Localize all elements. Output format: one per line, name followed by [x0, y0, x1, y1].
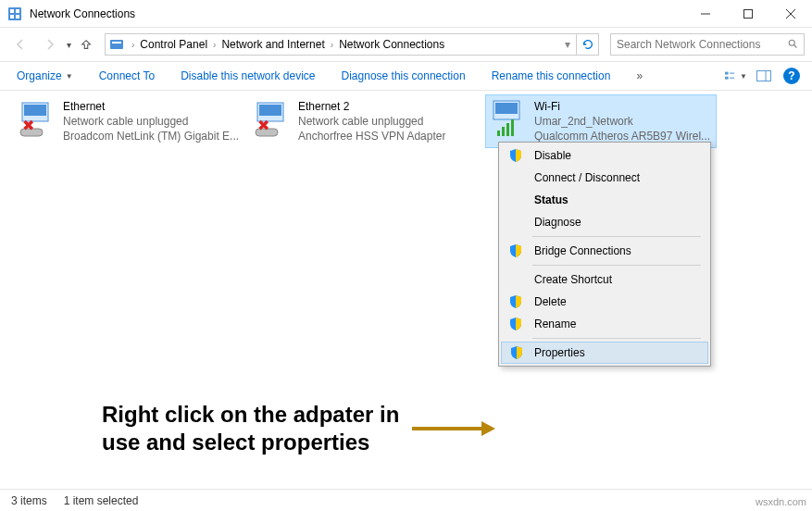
shield-icon — [509, 345, 524, 360]
shield-icon — [508, 243, 523, 258]
ctx-status[interactable]: Status — [501, 189, 708, 211]
svg-rect-20 — [24, 105, 46, 116]
control-panel-icon — [7, 6, 22, 21]
ctx-create-shortcut[interactable]: Create Shortcut — [501, 268, 708, 291]
search-box[interactable] — [610, 33, 805, 56]
svg-rect-32 — [511, 119, 514, 136]
breadcrumb-sep-icon: › — [131, 40, 134, 50]
maximize-button[interactable] — [727, 0, 769, 28]
ctx-diagnose[interactable]: Diagnose — [501, 211, 708, 233]
search-icon — [787, 38, 798, 52]
selection-count: 1 item selected — [64, 494, 139, 507]
svg-rect-29 — [497, 131, 500, 136]
svg-point-11 — [789, 40, 794, 45]
separator — [532, 338, 701, 339]
svg-line-12 — [794, 44, 797, 47]
rename-button[interactable]: Rename this connection — [484, 66, 618, 86]
svg-rect-13 — [725, 72, 729, 75]
history-dropdown[interactable]: ▾ — [67, 40, 71, 50]
separator — [532, 265, 701, 266]
svg-rect-4 — [16, 15, 19, 19]
wifi-icon — [490, 99, 529, 138]
separator — [532, 236, 701, 237]
shield-icon — [508, 294, 523, 309]
adapter-name: Ethernet 2 — [298, 99, 445, 114]
location-icon — [109, 37, 124, 52]
shield-icon — [508, 148, 523, 163]
svg-rect-2 — [16, 9, 19, 13]
ctx-bridge[interactable]: Bridge Connections — [501, 240, 708, 262]
up-button[interactable] — [75, 33, 97, 56]
svg-rect-17 — [757, 71, 771, 81]
svg-rect-1 — [10, 9, 14, 13]
help-button[interactable]: ? — [781, 65, 803, 87]
minimize-button[interactable] — [684, 0, 727, 28]
adapter-name: Wi-Fi — [534, 99, 710, 114]
ctx-rename[interactable]: Rename — [501, 313, 708, 335]
close-button[interactable] — [769, 0, 812, 28]
adapter-name: Ethernet — [63, 99, 239, 114]
preview-pane-button[interactable] — [753, 65, 775, 87]
annotation-text: Right click on the adpater in use and se… — [102, 401, 417, 456]
view-options-button[interactable]: ▼ — [725, 65, 747, 87]
svg-rect-30 — [502, 127, 505, 136]
disable-device-button[interactable]: Disable this network device — [173, 66, 322, 86]
refresh-button[interactable] — [576, 34, 598, 55]
back-button — [7, 31, 33, 57]
adapter-status: Network cable unplugged — [298, 114, 445, 129]
svg-rect-14 — [725, 77, 729, 80]
svg-rect-3 — [10, 15, 14, 19]
adapter-ethernet[interactable]: ✖ Ethernet Network cable unplugged Broad… — [15, 95, 246, 147]
ethernet-icon: ✖ — [19, 99, 57, 138]
watermark: wsxdn.com — [756, 496, 806, 507]
svg-rect-31 — [506, 123, 509, 136]
breadcrumb-dropdown[interactable]: ▾ — [557, 34, 576, 55]
annotation-arrow-icon — [412, 419, 495, 438]
search-input[interactable] — [617, 38, 787, 51]
item-count: 3 items — [11, 494, 47, 507]
svg-rect-6 — [744, 9, 753, 18]
svg-rect-24 — [259, 105, 281, 116]
ethernet-icon: ✖ — [254, 99, 293, 138]
breadcrumb-item[interactable]: Network Connections — [337, 36, 446, 53]
status-bar: 3 items 1 item selected — [0, 489, 812, 511]
adapter-hardware: Broadcom NetLink (TM) Gigabit E... — [63, 129, 239, 143]
diagnose-button[interactable]: Diagnose this connection — [334, 66, 473, 86]
navbar: ▾ › Control Panel › Network and Internet… — [0, 28, 812, 61]
more-commands[interactable]: » — [629, 66, 650, 86]
svg-text:✖: ✖ — [257, 118, 269, 133]
shield-icon — [508, 317, 523, 331]
svg-rect-9 — [110, 40, 123, 49]
adapter-ethernet2[interactable]: ✖ Ethernet 2 Network cable unplugged Anc… — [250, 95, 481, 147]
context-menu: Disable Connect / Disconnect Status Diag… — [498, 142, 711, 367]
organize-menu[interactable]: Organize▼ — [9, 66, 81, 86]
titlebar: Network Connections — [0, 0, 812, 28]
svg-rect-10 — [112, 42, 121, 44]
adapter-hardware: Anchorfree HSS VPN Adapter — [298, 129, 445, 143]
breadcrumb[interactable]: › Control Panel › Network and Internet ›… — [105, 33, 599, 56]
connect-to-button[interactable]: Connect To — [92, 66, 163, 86]
breadcrumb-item[interactable]: Network and Internet — [219, 36, 326, 53]
ctx-connect[interactable]: Connect / Disconnect — [501, 167, 708, 189]
breadcrumb-sep-icon: › — [331, 40, 333, 50]
breadcrumb-sep-icon: › — [213, 40, 216, 50]
adapter-wifi[interactable]: Wi-Fi Umar_2nd_Network Qualcomm Atheros … — [485, 94, 717, 148]
ctx-delete[interactable]: Delete — [501, 291, 708, 313]
svg-marker-34 — [481, 421, 495, 436]
ctx-disable[interactable]: Disable — [501, 144, 708, 167]
svg-text:✖: ✖ — [22, 118, 34, 133]
svg-rect-28 — [495, 103, 518, 114]
forward-button — [37, 31, 63, 57]
ctx-properties[interactable]: Properties — [501, 342, 708, 364]
breadcrumb-item[interactable]: Control Panel — [138, 36, 209, 53]
window-title: Network Connections — [30, 7, 684, 20]
adapter-status: Network cable unplugged — [63, 114, 239, 129]
adapter-status: Umar_2nd_Network — [534, 114, 710, 129]
toolbar: Organize▼ Connect To Disable this networ… — [0, 61, 812, 91]
